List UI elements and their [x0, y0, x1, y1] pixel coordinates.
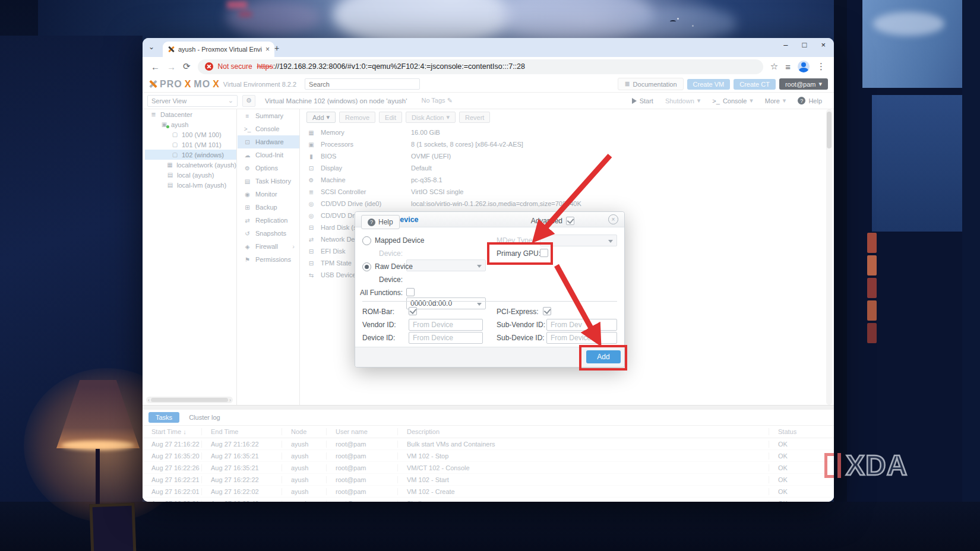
tab-search-icon[interactable]: ⌄: [148, 43, 154, 51]
revert-button[interactable]: Revert: [459, 112, 490, 123]
scroll-thumb[interactable]: [827, 112, 832, 148]
search-input[interactable]: [305, 78, 420, 90]
bookmark-star-icon[interactable]: ☆: [770, 61, 778, 72]
nav-item-snapshots[interactable]: ↺Snapshots: [238, 227, 299, 240]
hw-row-bios[interactable]: ▮BIOSOVMF (UEFI): [299, 150, 824, 162]
primary-gpu-checkbox[interactable]: [540, 249, 548, 257]
scroll-right-icon[interactable]: ›: [229, 397, 231, 403]
advanced-checkbox[interactable]: [566, 217, 574, 225]
rom-bar-checkbox[interactable]: [409, 307, 417, 315]
col-description[interactable]: Description: [398, 428, 769, 435]
reload-icon[interactable]: ⟳: [183, 61, 191, 72]
no-tags-label[interactable]: No Tags ✎: [421, 97, 452, 104]
task-row[interactable]: Aug 27 21:16:22Aug 27 21:16:22ayushroot@…: [143, 438, 834, 450]
tree-item-storage-local-lvm[interactable]: ▤local-lvm (ayush): [145, 180, 236, 190]
mdev-type-select[interactable]: [540, 235, 617, 246]
tab-tasks[interactable]: Tasks: [148, 412, 179, 423]
nav-item-permissions[interactable]: ⚑Permissions: [238, 253, 299, 266]
scroll-left-icon[interactable]: ‹: [148, 397, 150, 403]
nav-item-hardware-selected[interactable]: ⊡Hardware: [238, 135, 299, 148]
add-button[interactable]: Add▾: [306, 112, 336, 123]
tree-item-vm-102-selected[interactable]: ▢102 (windows): [145, 150, 236, 160]
console-button[interactable]: >_Console▾: [712, 97, 753, 104]
hw-row-processors[interactable]: ▣Processors8 (1 sockets, 8 cores) [x86-6…: [299, 138, 824, 150]
hardware-toolbar: Add▾ Remove Edit Disk Action▾ Revert: [299, 109, 824, 123]
close-button[interactable]: ×: [821, 40, 826, 49]
tree-item-datacenter[interactable]: ≣Datacenter: [145, 109, 236, 119]
edit-button[interactable]: Edit: [379, 112, 402, 123]
nav-item-replication[interactable]: ⇄Replication: [238, 214, 299, 227]
content-scrollbar[interactable]: [826, 109, 832, 405]
maximize-button[interactable]: □: [802, 40, 807, 49]
tree-horizontal-scrollbar[interactable]: ‹ ›: [146, 397, 233, 403]
disk-action-button[interactable]: Disk Action▾: [406, 112, 456, 123]
hw-row-memory[interactable]: ▦Memory16.00 GiB: [299, 126, 824, 138]
hw-row-cd-ide0[interactable]: ◎CD/DVD Drive (ide0)local:iso/virtio-win…: [299, 198, 824, 210]
raw-device-radio[interactable]: Raw Device: [362, 261, 413, 273]
browser-menu-icon[interactable]: ⋮: [817, 61, 826, 72]
hw-row-display[interactable]: ⊡DisplayDefault: [299, 162, 824, 174]
dialog-help-button[interactable]: ?Help: [361, 215, 400, 229]
nav-item-task-history[interactable]: ▤Task History: [238, 175, 299, 188]
nav-item-firewall[interactable]: ◈Firewall›: [238, 240, 299, 253]
create-ct-button[interactable]: Create CT: [734, 79, 776, 90]
forward-icon[interactable]: →: [167, 62, 176, 72]
task-row[interactable]: Aug 27 16:22:26Aug 27 16:35:21ayushroot@…: [143, 462, 834, 474]
nav-item-options[interactable]: ⚙Options: [238, 162, 299, 175]
tree-item-node-ayush[interactable]: ▣ayush: [145, 119, 236, 129]
nav-item-cloud-init[interactable]: ☁Cloud-Init: [238, 148, 299, 162]
hw-row-scsi-controller[interactable]: ≣SCSI ControllerVirtIO SCSI single: [299, 186, 824, 198]
tree-item-vm-101[interactable]: ▢101 (VM 101): [145, 140, 236, 150]
logo-text: X: [185, 79, 192, 90]
nav-item-console[interactable]: >_Console: [238, 122, 299, 135]
remove-button[interactable]: Remove: [339, 112, 375, 123]
col-start-time[interactable]: Start Time ↓: [143, 428, 202, 435]
documentation-button[interactable]: ≣ Documentation: [618, 78, 683, 90]
minimize-button[interactable]: –: [783, 40, 788, 49]
task-row[interactable]: Aug 27 16:22:21Aug 27 16:22:22ayushroot@…: [143, 474, 834, 486]
tree-item-localnetwork[interactable]: ▦localnetwork (ayush): [145, 160, 236, 170]
nav-label: Backup: [255, 204, 277, 211]
mapped-device-radio[interactable]: Mapped Device: [362, 235, 424, 246]
pci-express-checkbox[interactable]: [543, 307, 551, 315]
profile-avatar[interactable]: [798, 61, 810, 72]
vendor-id-input[interactable]: From Device: [409, 319, 483, 331]
col-status[interactable]: Status: [769, 428, 834, 435]
url-bar[interactable]: Not secure https://192.168.29.32:8006/#v…: [198, 59, 763, 74]
tree-item-storage-local[interactable]: ▤local (ayush): [145, 170, 236, 180]
user-menu-button[interactable]: root@pam ▾: [779, 78, 828, 90]
task-row[interactable]: Aug 27 16:35:20Aug 27 16:35:21ayushroot@…: [143, 450, 834, 462]
back-icon[interactable]: ←: [151, 62, 160, 72]
task-row[interactable]: Aug 27 16:20:21Aug 27 16:22:40ayushroot@…: [143, 498, 834, 502]
device-id-input[interactable]: From Device: [409, 332, 483, 344]
nav-item-monitor[interactable]: ◉Monitor: [238, 188, 299, 201]
mapped-device-select[interactable]: [406, 259, 486, 271]
server-view-select[interactable]: Server View ⌄: [147, 95, 238, 107]
tab-close-icon[interactable]: ×: [265, 45, 270, 53]
sub-vendor-id-input[interactable]: From Dev: [546, 319, 617, 331]
more-button[interactable]: More▾: [765, 97, 786, 104]
dialog-add-button[interactable]: Add: [586, 350, 621, 363]
create-vm-button[interactable]: Create VM: [687, 79, 731, 90]
side-panel-icon[interactable]: ≡: [785, 62, 791, 72]
browser-tab[interactable]: ayush - Proxmox Virtual Enviro ×: [163, 42, 274, 57]
help-button[interactable]: ?Help: [798, 97, 822, 104]
tree-item-vm-100[interactable]: ▢100 (VM 100): [145, 129, 236, 140]
nav-item-backup[interactable]: ⊞Backup: [238, 201, 299, 214]
view-settings-button[interactable]: ⚙: [242, 95, 255, 107]
all-functions-checkbox[interactable]: [406, 288, 415, 296]
sub-device-id-input[interactable]: From Device: [546, 332, 617, 344]
new-tab-button[interactable]: +: [274, 43, 279, 53]
col-node[interactable]: Node: [282, 428, 327, 435]
dialog-close-icon[interactable]: ×: [608, 214, 618, 224]
start-button[interactable]: Start: [632, 97, 653, 104]
raw-device-select[interactable]: 0000:0d:00.0: [406, 297, 486, 309]
tab-cluster-log[interactable]: Cluster log: [184, 412, 225, 423]
nav-item-summary[interactable]: ≡Summary: [238, 109, 299, 122]
hw-row-machine[interactable]: ⚙Machinepc-q35-8.1: [299, 174, 824, 186]
shutdown-button[interactable]: Shutdown▾: [665, 97, 700, 104]
col-end-time[interactable]: End Time: [202, 428, 282, 435]
col-user-name[interactable]: User name: [327, 428, 398, 435]
task-row[interactable]: Aug 27 16:22:01Aug 27 16:22:02ayushroot@…: [143, 486, 834, 498]
scroll-thumb[interactable]: [151, 398, 228, 402]
